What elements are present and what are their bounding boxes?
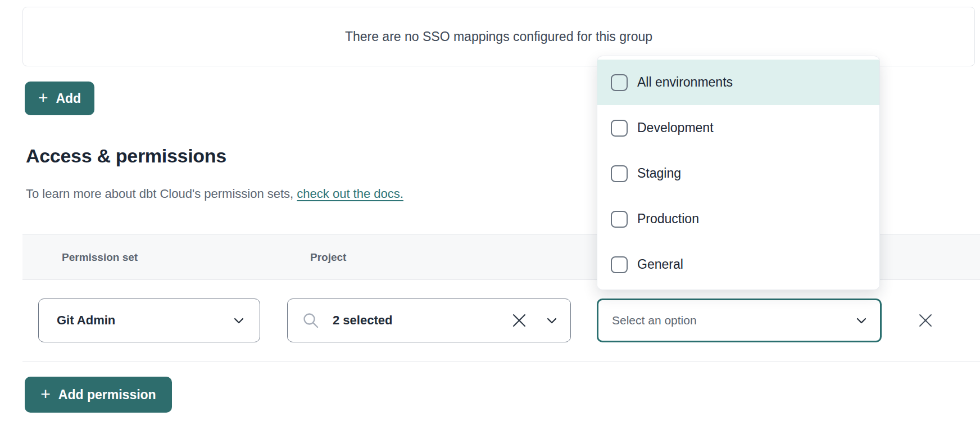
dropdown-option-general[interactable]: General (597, 242, 879, 287)
environment-dropdown-menu: All environments Development Staging Pro… (597, 56, 880, 290)
section-description: To learn more about dbt Cloud's permissi… (26, 187, 403, 201)
add-permission-button-label: Add permission (58, 387, 156, 403)
remove-row-icon (918, 313, 933, 328)
description-text: To learn more about dbt Cloud's permissi… (26, 187, 297, 201)
table-row-divider (22, 361, 980, 362)
plus-icon: + (40, 386, 51, 403)
environment-select-placeholder: Select an option (612, 314, 697, 327)
plus-icon: + (38, 89, 48, 106)
environment-select[interactable]: Select an option (597, 299, 882, 342)
checkbox-icon[interactable] (611, 165, 628, 182)
checkbox-icon[interactable] (611, 120, 628, 137)
add-button[interactable]: + Add (25, 82, 94, 115)
checkbox-icon[interactable] (611, 211, 628, 228)
checkbox-icon[interactable] (611, 256, 628, 273)
column-header-permission-set: Permission set (62, 235, 138, 279)
permission-set-value: Git Admin (57, 313, 115, 328)
permission-set-select[interactable]: Git Admin (38, 299, 260, 342)
add-permission-button[interactable]: + Add permission (25, 377, 172, 413)
group-settings-page: There are no SSO mappings configured for… (0, 0, 980, 434)
dropdown-option-staging[interactable]: Staging (597, 151, 879, 196)
chevron-down-icon[interactable] (234, 318, 244, 324)
option-label: All environments (637, 75, 733, 90)
docs-link[interactable]: check out the docs. (297, 187, 403, 201)
chevron-down-icon[interactable] (547, 318, 557, 324)
dropdown-option-production[interactable]: Production (597, 196, 879, 242)
clear-selection-icon[interactable] (512, 313, 527, 328)
project-selected-count: 2 selected (333, 313, 392, 328)
option-label: Development (637, 120, 714, 135)
column-header-project: Project (310, 235, 346, 279)
chevron-down-icon[interactable] (856, 318, 866, 324)
option-label: Staging (637, 166, 681, 181)
page-title: Access & permissions (26, 145, 226, 167)
add-button-label: Add (56, 91, 81, 106)
search-icon (302, 312, 319, 329)
sso-empty-message: There are no SSO mappings configured for… (345, 29, 652, 44)
dropdown-option-all-environments[interactable]: All environments (597, 60, 879, 105)
dropdown-option-development[interactable]: Development (597, 105, 879, 151)
remove-row-button[interactable] (917, 312, 934, 329)
option-label: Production (637, 211, 699, 227)
checkbox-icon[interactable] (611, 74, 628, 91)
option-label: General (637, 257, 683, 272)
project-select[interactable]: 2 selected (287, 299, 571, 342)
